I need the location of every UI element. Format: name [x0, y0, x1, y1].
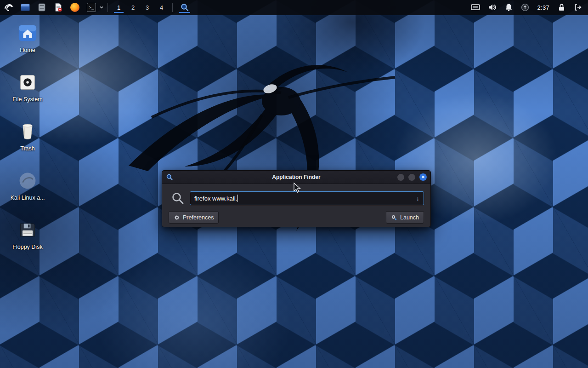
- document-icon: [54, 3, 63, 12]
- system-tray: 2:37: [471, 3, 588, 12]
- finder-body: firefox www.kali. ↓ Preferences: [162, 184, 430, 227]
- taskbar-application-finder[interactable]: [176, 1, 193, 14]
- desktop-icon-label: Home: [20, 47, 35, 53]
- desktop-icon-file-system[interactable]: File System: [4, 69, 51, 112]
- terminal-launcher[interactable]: >_: [85, 1, 98, 14]
- search-query-text: firefox www.kali.: [194, 195, 237, 202]
- chevron-down-icon[interactable]: [99, 5, 104, 10]
- app-finder-icon: [180, 3, 189, 12]
- workspace-switcher: 1 2 3 4: [112, 1, 169, 14]
- file-cabinet-launcher[interactable]: [35, 1, 49, 14]
- application-finder-window: Application Finder ✕ firefox www.kali. ↓: [162, 170, 431, 227]
- desktop-icon-label: Trash: [20, 145, 35, 152]
- workspace-1[interactable]: 1: [112, 1, 126, 14]
- volume-icon[interactable]: [487, 3, 497, 12]
- window-title: Application Finder: [162, 174, 430, 180]
- workspace-2[interactable]: 2: [126, 1, 140, 14]
- desktop-icon-label: Floppy Disk: [12, 244, 42, 250]
- workspace-3[interactable]: 3: [140, 1, 154, 14]
- display-icon[interactable]: [471, 3, 480, 12]
- kali-menu-button[interactable]: [2, 1, 16, 14]
- desktop-icon-list: Home File System Trash: [4, 20, 51, 266]
- preferences-button[interactable]: Preferences: [169, 211, 219, 224]
- launch-label: Launch: [400, 214, 419, 221]
- text-caret: [237, 195, 238, 202]
- panel-launchers: >_: [0, 1, 104, 14]
- maximize-button[interactable]: [408, 174, 415, 181]
- text-editor-launcher[interactable]: [51, 1, 65, 14]
- kali-docs-icon: [17, 170, 39, 192]
- window-app-icon: [166, 173, 173, 181]
- launch-button[interactable]: Launch: [386, 211, 424, 224]
- launch-icon: [391, 214, 397, 221]
- panel-separator-2: [172, 3, 173, 12]
- notifications-bell-icon[interactable]: [504, 3, 513, 12]
- firefox-launcher[interactable]: [68, 1, 82, 14]
- minimize-button[interactable]: [397, 174, 404, 181]
- desktop-icon-trash[interactable]: Trash: [4, 119, 51, 161]
- desktop-icon-floppy-disk[interactable]: Floppy Disk: [4, 217, 51, 259]
- file-manager-icon: [21, 4, 30, 11]
- close-button[interactable]: ✕: [419, 173, 427, 181]
- floppy-icon: [17, 219, 39, 241]
- desktop-icon-kali-docs[interactable]: Kali Linux a...: [4, 168, 51, 210]
- home-icon: [17, 22, 39, 44]
- file-manager-launcher[interactable]: [18, 1, 32, 14]
- terminal-icon: >_: [87, 3, 96, 12]
- trash-icon: [17, 121, 39, 143]
- search-input[interactable]: firefox www.kali. ↓: [190, 191, 424, 205]
- panel-clock[interactable]: 2:37: [537, 4, 549, 11]
- session-status-icon[interactable]: [520, 3, 530, 12]
- search-icon: [171, 192, 184, 205]
- gear-icon: [174, 214, 180, 221]
- history-dropdown-arrow-icon[interactable]: ↓: [413, 195, 419, 202]
- firefox-icon: [70, 3, 79, 12]
- desktop-icon-label: File System: [12, 96, 42, 103]
- preferences-label: Preferences: [183, 214, 214, 221]
- panel-separator: [107, 3, 108, 12]
- titlebar[interactable]: Application Finder ✕: [162, 171, 430, 184]
- kali-logo-icon: [4, 2, 14, 12]
- desktop-icon-label: Kali Linux a...: [10, 195, 45, 201]
- archive-icon: [37, 3, 46, 12]
- logout-power-icon[interactable]: [573, 3, 582, 12]
- workspace-4[interactable]: 4: [154, 1, 169, 14]
- screen-lock-icon[interactable]: [557, 3, 566, 12]
- file-system-icon: [17, 71, 39, 93]
- desktop-icon-home[interactable]: Home: [4, 20, 51, 63]
- top-panel: >_ 1 2 3 4: [0, 0, 588, 15]
